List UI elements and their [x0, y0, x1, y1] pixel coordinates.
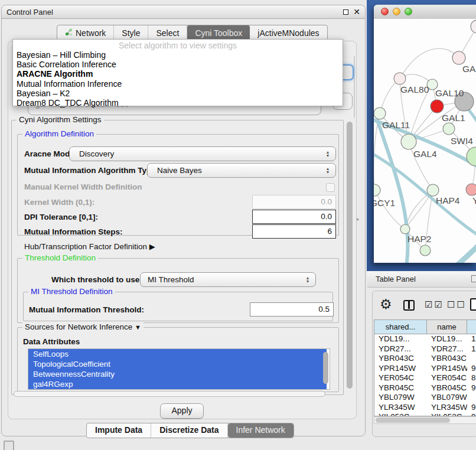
attribute-item[interactable]: TopologicalCoefficient	[28, 359, 327, 369]
table-cell[interactable]: 8.	[467, 373, 476, 383]
minimized-panel-icon[interactable]	[4, 441, 14, 450]
sources-collapser[interactable]: Sources for Network Inference ▼	[22, 322, 144, 331]
table-cell[interactable]: 9.	[467, 364, 476, 374]
gear-icon[interactable]: ⚙	[380, 296, 392, 312]
table-cell[interactable]: 13	[467, 334, 476, 344]
table-cell[interactable]: YDR27...	[427, 344, 467, 354]
algorithm-option[interactable]: Bayesian – Hill Climbing	[13, 50, 343, 60]
zoom-traffic-light-icon[interactable]	[405, 8, 412, 15]
table-row[interactable]: YER054CYER054C8.	[374, 373, 476, 383]
table-cell[interactable]: YBR043C	[427, 354, 467, 364]
table-cell[interactable]: 12	[467, 344, 476, 354]
table-cell[interactable]: YBL079W	[427, 393, 467, 403]
table-row[interactable]: YDL19...YDL19...13	[374, 334, 476, 344]
table-row[interactable]: YDR27...YDR27...12	[374, 344, 476, 354]
table-cell[interactable]: YPR145W	[427, 364, 467, 374]
table-cell[interactable]: 9.	[467, 383, 476, 393]
attribute-item[interactable]: gal4RGexp	[28, 379, 327, 389]
table-cell[interactable]: YDL19...	[427, 334, 467, 344]
dpi-tolerance-field[interactable]: 0.0	[252, 210, 336, 224]
algorithm-dropdown-popup: Select algorithm to view settings Bayesi…	[12, 39, 343, 106]
algorithm-option[interactable]: Mutual Information Inference	[13, 79, 343, 89]
select-all-icon[interactable]: ☑☑	[425, 299, 444, 310]
algorithm-option[interactable]: Bayesian – K2	[13, 89, 343, 98]
table-cell[interactable]: YBL079W	[374, 393, 427, 403]
table-cell[interactable]: YER054C	[374, 373, 427, 383]
algorithm-option[interactable]: Dream8 DC_TDC Algorithm	[13, 98, 343, 107]
kernel-width-field[interactable]: 0.0	[252, 195, 336, 209]
tab-impute-data[interactable]: Impute Data	[87, 423, 151, 438]
which-threshold-combo[interactable]: MI Threshold ▲▼	[140, 272, 316, 287]
table-cell[interactable]: YDR27...	[374, 344, 427, 354]
table-cell[interactable]: YDL19...	[374, 334, 427, 344]
algorithm-option[interactable]: ARACNE Algorithm	[13, 69, 343, 79]
mi-threshold-field[interactable]: 0.5	[250, 302, 334, 317]
table-subpanel: ⚙ ☑☑ ☐☐ shared...nameAYDL19...YDL19...13…	[372, 291, 476, 437]
minimize-traffic-light-icon[interactable]	[393, 8, 400, 15]
table-row[interactable]: YLR345WYLR345W9.	[374, 403, 476, 413]
node-table[interactable]: shared...nameAYDL19...YDL19...13YDR27...…	[374, 319, 476, 416]
table-cell[interactable]: YIL052C	[427, 412, 467, 416]
tab-style[interactable]: Style	[114, 25, 148, 40]
tab-discretize-data[interactable]: Discretize Data	[151, 423, 227, 438]
close-icon[interactable]: ✕	[353, 5, 360, 19]
attribute-item[interactable]: BetweennessCentrality	[28, 369, 327, 379]
data-attributes-list[interactable]: SelfLoopsTopologicalCoefficientBetweenne…	[28, 348, 330, 390]
table-row[interactable]: YIL052CYIL052C9	[374, 412, 476, 416]
table-row[interactable]: YPR145WYPR145W9.	[374, 364, 476, 374]
settings-vertical-scrollbar[interactable]	[346, 120, 353, 394]
mi-type-label: Mutual Information Algorithm Type:	[24, 166, 158, 175]
hub-definition-expander[interactable]: Hub/Transcription Factor Definition ▶	[24, 242, 155, 251]
panel-resize-handle[interactable]: ▸	[357, 216, 360, 222]
tab-cyni-toolbox[interactable]: Cyni Toolbox	[187, 25, 250, 40]
table-cell[interactable]: 9.	[467, 403, 476, 413]
tab-select[interactable]: Select	[148, 25, 187, 40]
tab-jactivemnodules[interactable]: jActiveMNodules	[250, 25, 327, 40]
settings-horizontal-scrollbar[interactable]	[12, 390, 344, 398]
table-cell[interactable]: YIL052C	[374, 412, 427, 416]
aracne-mode-combo[interactable]: Discovery ▲▼	[69, 146, 336, 161]
tab-network[interactable]: Network	[57, 25, 114, 40]
table-horizontal-scrollbar[interactable]	[374, 416, 476, 424]
mi-type-combo[interactable]: Naive Bayes ▲▼	[147, 163, 336, 178]
table-cell[interactable]: YPR145W	[374, 364, 427, 374]
table-float-icon[interactable]	[471, 275, 476, 282]
column-header[interactable]: A	[467, 320, 476, 334]
mi-steps-field[interactable]: 6	[252, 224, 336, 239]
table-cell[interactable]	[467, 354, 476, 364]
network-view-window[interactable]: GALGAL80GAL10GAL1GAL11SWI4GAL4GCY1HAP4YH…	[374, 5, 476, 263]
algorithm-option[interactable]: Basic Correlation Inference	[13, 60, 343, 69]
mi-type-value: Naive Bayes	[148, 166, 322, 175]
table-row[interactable]: YBR043CYBR043C	[374, 354, 476, 364]
column-header[interactable]: name	[427, 320, 467, 334]
network-icon	[65, 26, 73, 40]
table-row[interactable]: YBL079WYBL079W	[374, 393, 476, 403]
document-icon[interactable]	[470, 298, 476, 311]
network-window-titlebar[interactable]	[374, 5, 476, 19]
table-cell[interactable]: YBR045C	[427, 383, 467, 393]
manual-kernel-checkbox[interactable]	[326, 183, 335, 192]
table-cell[interactable]: 9	[467, 412, 476, 416]
tab-infer-network[interactable]: Infer Network	[228, 423, 294, 438]
node-label: GAL80	[400, 84, 429, 94]
table-cell[interactable]: YLR345W	[427, 403, 467, 413]
table-cell[interactable]: YBR043C	[374, 354, 427, 364]
close-traffic-light-icon[interactable]	[381, 8, 389, 15]
table-cell[interactable]	[467, 393, 476, 403]
table-cell[interactable]: YLR345W	[374, 403, 427, 413]
list-scrollbar[interactable]	[323, 352, 328, 384]
expand-right-icon: ▶	[149, 242, 155, 251]
network-canvas[interactable]: GALGAL80GAL10GAL1GAL11SWI4GAL4GCY1HAP4YH…	[374, 19, 476, 263]
apply-button[interactable]: Apply	[160, 403, 204, 419]
columns-icon[interactable]	[403, 300, 415, 311]
table-cell[interactable]: YBR045C	[374, 383, 427, 393]
column-header[interactable]: shared...	[374, 320, 427, 334]
table-cell[interactable]: YER054C	[427, 373, 467, 383]
attribute-item[interactable]: SelfLoops	[28, 349, 327, 359]
inference-group-border-fragment	[354, 56, 355, 118]
table-row[interactable]: YBR045CYBR045C9.	[374, 383, 476, 393]
float-panel-icon[interactable]	[343, 9, 348, 15]
network-node	[452, 51, 465, 64]
which-threshold-label: Which threshold to use:	[51, 275, 142, 284]
deselect-all-icon[interactable]: ☐☐	[447, 299, 467, 310]
